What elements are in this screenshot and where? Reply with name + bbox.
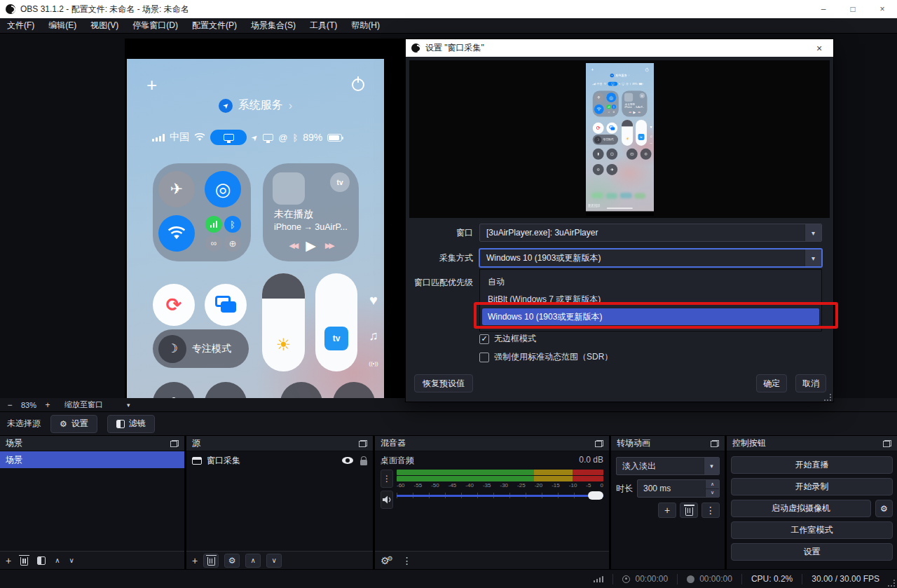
scene-up-button[interactable]: ∧ <box>55 556 60 564</box>
menu-file[interactable]: 文件(F) <box>0 18 41 33</box>
popout-icon[interactable] <box>711 440 719 447</box>
duration-spinbox[interactable]: 300 ms ∧ ∨ <box>637 479 720 498</box>
popout-icon[interactable] <box>170 440 179 447</box>
dialog-close-button[interactable]: × <box>805 43 833 54</box>
scene-filters-button[interactable] <box>37 556 46 565</box>
docks: 场景 场景 + ∧ ∨ 源 窗口采集 <box>0 436 897 569</box>
capture-method-select[interactable]: Windows 10 (1903或更新版本) ▾ <box>479 249 822 267</box>
music-note-icon: ♫ <box>365 329 382 343</box>
window-select[interactable]: [3uAirPlayer.exe]: 3uAirPlayer ▾ <box>479 224 822 242</box>
airplane-mode-icon: ✈ <box>158 171 195 207</box>
remove-source-button[interactable] <box>203 554 219 568</box>
moon-icon: ☽ <box>594 136 602 144</box>
add-transition-button[interactable]: + <box>658 502 676 518</box>
dropdown-option-wgc[interactable]: Windows 10 (1903或更新版本) <box>482 308 819 325</box>
source-down-button[interactable]: ∨ <box>266 554 282 568</box>
menubar: 文件(F) 编辑(E) 视图(V) 停靠窗口(D) 配置文件(P) 场景集合(S… <box>0 18 897 34</box>
transition-menu-button[interactable]: ⋮ <box>701 502 720 518</box>
airplay-route: iPhone → 3uAirP... <box>625 107 645 109</box>
start-recording-button[interactable]: 开始录制 <box>731 478 893 495</box>
popout-icon[interactable] <box>359 440 367 447</box>
ok-button[interactable]: 确定 <box>756 374 787 392</box>
vu-meter-bar <box>397 470 603 475</box>
battery-percent: 89% <box>303 132 322 143</box>
mixer-menu-button[interactable]: ⋮ <box>402 555 412 566</box>
lock-icon[interactable] <box>360 460 367 465</box>
menu-profile[interactable]: 配置文件(P) <box>185 18 244 33</box>
source-filters-button[interactable]: 滤镜 <box>107 415 155 433</box>
hearing-tile <box>606 164 617 175</box>
popout-icon[interactable] <box>883 440 891 447</box>
transition-select[interactable]: 淡入淡出 ▾ <box>616 457 720 475</box>
cc-add-icon: + <box>591 67 594 73</box>
force-sdr-checkbox[interactable]: 强制使用标准动态范围（SDR） <box>479 351 612 363</box>
zoom-in-button[interactable]: + <box>41 400 55 410</box>
rotation-lock-tile: ⟳ <box>153 284 195 326</box>
maximize-button[interactable]: □ <box>838 0 868 18</box>
album-art-placeholder <box>273 172 305 205</box>
scene-down-button[interactable]: ∨ <box>69 556 74 564</box>
location-arrow-icon: ➤ <box>219 99 233 113</box>
dropdown-option-auto[interactable]: 自动 <box>482 273 819 290</box>
dropdown-option-bitblt[interactable]: BitBlt (Windows 7 或更新版本) <box>482 291 819 308</box>
camera-tile <box>626 149 638 160</box>
source-properties-button[interactable]: ⚙ <box>224 554 240 568</box>
preview-canvas[interactable]: + ➤ 系统服务 › 中国 ➤ @ ᛒ <box>125 39 406 398</box>
zoom-fit-select[interactable]: 缩放至窗口 ▾ <box>64 399 130 410</box>
airplane-mode-icon: ✈ <box>594 93 604 102</box>
signal-bars-icon <box>594 576 604 582</box>
source-list-item[interactable]: 窗口采集 <box>186 451 373 470</box>
volume-slider[interactable] <box>397 491 603 500</box>
no-source-label: 未选择源 <box>7 418 41 430</box>
borderless-checkbox[interactable]: ✓ 无边框模式 <box>479 333 536 345</box>
cellular-data-icon <box>607 104 611 109</box>
mixer-options-button[interactable]: ⋮ <box>381 470 393 488</box>
spin-down-icon[interactable]: ∨ <box>705 489 719 498</box>
menu-help[interactable]: 帮助(H) <box>344 18 387 33</box>
close-button[interactable]: × <box>868 0 897 18</box>
minimize-button[interactable]: – <box>809 0 838 18</box>
volume-slider-handle[interactable] <box>588 491 603 500</box>
mute-speaker-button[interactable] <box>381 491 393 509</box>
brightness-slider: ☀ <box>262 273 305 371</box>
settings-button[interactable]: 设置 <box>731 543 893 561</box>
add-scene-button[interactable]: + <box>6 555 11 566</box>
location-icon: ➤ <box>618 83 621 86</box>
carrier-label: 中国 <box>597 82 602 86</box>
start-streaming-button[interactable]: 开始直播 <box>731 456 893 474</box>
zoom-out-button[interactable]: − <box>3 400 17 410</box>
defaults-button[interactable]: 恢复预设值 <box>414 374 473 392</box>
cc-system-services: ➤ 系统服务 › <box>586 74 654 78</box>
virtual-camera-settings-button[interactable]: ⚙ <box>875 500 893 517</box>
remove-scene-button[interactable] <box>20 557 28 566</box>
window-resize-grip[interactable] <box>889 570 897 588</box>
menu-edit[interactable]: 编辑(E) <box>41 18 83 33</box>
start-virtual-camera-button[interactable]: 启动虚拟摄像机 <box>731 500 871 517</box>
now-playing-tile: tv 未在播放 iPhone → 3uAirP... ◀◀ ▶ ▶▶ <box>263 163 359 261</box>
popout-icon[interactable] <box>595 440 603 447</box>
cancel-button[interactable]: 取消 <box>795 374 826 392</box>
remove-transition-button[interactable] <box>680 502 698 518</box>
visibility-eye-icon[interactable] <box>342 457 353 464</box>
scene-list-item[interactable]: 场景 <box>0 451 184 468</box>
method-field-label: 采集方式 <box>406 252 473 264</box>
brightness-slider: ☀ <box>622 120 633 146</box>
spin-up-icon[interactable]: ∧ <box>705 480 719 489</box>
source-up-button[interactable]: ∧ <box>245 554 261 568</box>
menu-view[interactable]: 视图(V) <box>83 18 125 33</box>
advanced-audio-button[interactable]: ⚙⚙ <box>381 555 393 566</box>
antenna-icon: ((•)) <box>365 360 382 367</box>
menu-tools[interactable]: 工具(T) <box>303 18 344 33</box>
wifi-tile-icon <box>594 104 604 114</box>
duration-label: 时长 <box>616 483 633 495</box>
source-properties-button[interactable]: ⚙ 设置 <box>50 415 97 433</box>
studio-mode-button[interactable]: 工作室模式 <box>731 521 893 539</box>
menu-docks[interactable]: 停靠窗口(D) <box>125 18 185 33</box>
location-icon: ➤ <box>249 132 261 143</box>
focus-mode-tile: ☽ 专注模式 <box>593 135 618 145</box>
menu-scene-collection[interactable]: 场景集合(S) <box>244 18 303 33</box>
dialog-resize-grip[interactable] <box>825 395 831 401</box>
add-source-button[interactable]: + <box>192 555 198 566</box>
transitions-title: 转场动画 <box>617 437 650 449</box>
record-timer: 00:00:00 <box>678 570 741 588</box>
